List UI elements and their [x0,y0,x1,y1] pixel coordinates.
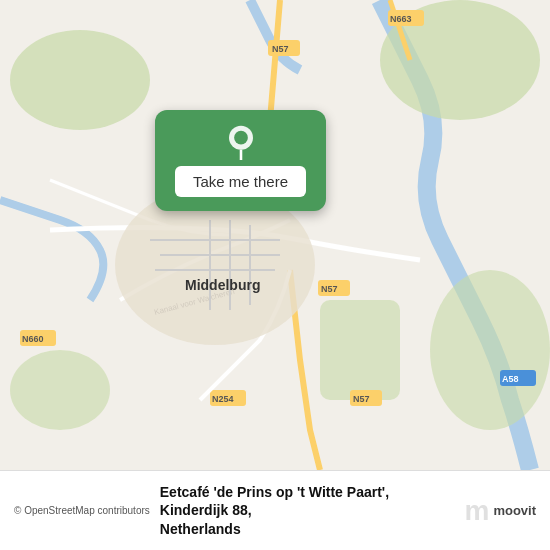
svg-text:N57: N57 [353,394,370,404]
moovit-wordmark: moovit [493,503,536,518]
place-country: Netherlands [160,520,455,538]
svg-point-24 [234,131,248,145]
svg-text:A58: A58 [502,374,519,384]
svg-point-5 [10,350,110,430]
take-me-there-button[interactable]: Take me there [175,166,306,197]
svg-text:N254: N254 [212,394,234,404]
map-svg: N57 N663 N57 N57 N660 N254 A58 Kanaal vo… [0,0,550,470]
svg-point-1 [10,30,150,130]
svg-text:N57: N57 [272,44,289,54]
place-info: Eetcafé 'de Prins op 't Witte Paart', Ki… [160,483,455,538]
svg-point-3 [430,270,550,430]
location-callout: Take me there [155,110,326,211]
osm-attribution: © OpenStreetMap contributors [14,505,150,516]
svg-text:N57: N57 [321,284,338,294]
svg-text:N660: N660 [22,334,44,344]
info-bar: © OpenStreetMap contributors Eetcafé 'de… [0,470,550,550]
moovit-logo: m moovit [464,497,536,525]
svg-text:N663: N663 [390,14,412,24]
osm-text: © OpenStreetMap contributors [14,505,150,516]
svg-rect-4 [320,300,400,400]
svg-text:Middelburg: Middelburg [185,277,260,293]
location-pin-icon [223,124,259,160]
place-name: Eetcafé 'de Prins op 't Witte Paart', Ki… [160,483,455,519]
moovit-m-letter: m [464,497,489,525]
map-area[interactable]: N57 N663 N57 N57 N660 N254 A58 Kanaal vo… [0,0,550,470]
